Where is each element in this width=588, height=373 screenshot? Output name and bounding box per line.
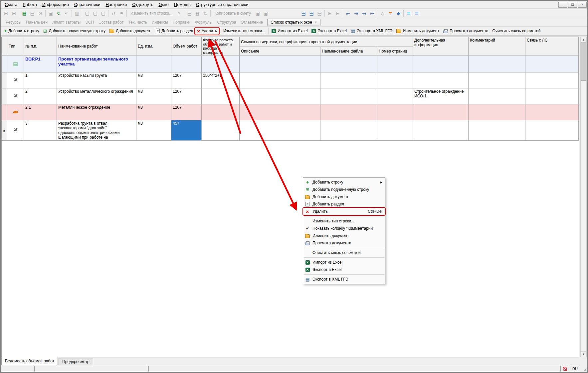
cell-link-file[interactable] <box>320 56 377 72</box>
undo-icon[interactable]: ↶ <box>63 9 71 17</box>
cell-unit[interactable]: м3 <box>136 88 171 104</box>
cell-formula[interactable] <box>202 56 240 72</box>
scrollbar-thumb[interactable] <box>581 43 586 81</box>
context-export-excel[interactable]: X Экспорт в Excel <box>303 266 385 273</box>
maximize-button[interactable]: □ <box>568 2 577 8</box>
clear-estimate-link-button[interactable]: Очистить связь со сметой <box>490 28 543 34</box>
sort-icon[interactable]: ⇅ <box>201 9 209 17</box>
menu-strukturnye-spravochniki[interactable]: Структурные справочники <box>193 1 251 8</box>
menu-informatsiya[interactable]: Информация <box>40 1 72 8</box>
cell-name[interactable]: Устройство насыпи грунта <box>57 72 136 88</box>
add-child-row-button[interactable]: ⊞ Добавить подчиненную строку <box>41 28 107 34</box>
view-document-button[interactable]: Просмотр документа <box>441 28 490 34</box>
current-work-row[interactable]: ▶ 3 Разработка грунта в отвал экскаватор… <box>2 120 579 140</box>
cell-num[interactable]: 2 <box>24 88 57 104</box>
cell-num[interactable]: 2.1 <box>24 104 57 120</box>
menu-rabota[interactable]: Работа <box>20 1 40 8</box>
menu-okno[interactable]: Окно <box>156 1 171 8</box>
cell-type[interactable] <box>7 120 24 140</box>
cell-name[interactable]: Металлическое ограждение <box>57 104 136 120</box>
scrollbar-track[interactable] <box>581 81 586 351</box>
exchange-icon[interactable]: ⇄ <box>109 9 117 17</box>
print-icon[interactable]: ▤ <box>185 9 193 17</box>
tree-plus-icon[interactable]: ⊞ <box>326 9 334 17</box>
context-add-row[interactable]: + Добавить строку ▶ <box>303 179 385 186</box>
context-show-comment-column[interactable]: ✓ Показать колонку "Комментарий" <box>303 225 385 232</box>
section-doc-icon[interactable]: ▤ <box>315 9 323 17</box>
cell-link-pages[interactable] <box>377 120 413 140</box>
cell-comment[interactable] <box>469 120 525 140</box>
context-add-document[interactable]: Добавить документ <box>303 193 385 200</box>
cell-unit[interactable]: м3 <box>136 104 171 120</box>
context-add-section[interactable]: Р Добавить раздел <box>303 200 385 208</box>
cell-volume[interactable]: 1207 <box>171 72 202 88</box>
cell-comment[interactable] <box>469 88 525 104</box>
cell-unit[interactable]: м3 <box>136 72 171 88</box>
cell-extra[interactable] <box>413 120 469 140</box>
refresh-icon[interactable]: ↻ <box>55 9 63 17</box>
cell-link-desc[interactable] <box>240 120 320 140</box>
cell-type[interactable] <box>7 88 24 104</box>
document-icon[interactable]: ▢ <box>91 9 99 17</box>
copy-icon[interactable]: ▣ <box>254 9 262 17</box>
cell-volume[interactable] <box>171 56 202 72</box>
document-icon[interactable]: ▢ <box>83 9 91 17</box>
cell-link-file[interactable] <box>320 88 377 104</box>
cell-link-pages[interactable] <box>377 104 413 120</box>
structure-collapse-icon[interactable]: ⊟ <box>10 9 18 17</box>
menu-smeta[interactable]: Смета <box>2 1 20 8</box>
close-button[interactable]: × <box>578 2 587 8</box>
structure-expand-icon[interactable]: ⊞ <box>2 9 10 17</box>
resize-grip-icon[interactable]: ◢ <box>581 366 586 372</box>
cell-extra[interactable] <box>413 56 469 72</box>
context-add-child-row[interactable]: ⊞ Добавить подчиненную строку <box>303 186 385 193</box>
section-doc-icon[interactable]: ▤ <box>307 9 315 17</box>
add-section-button[interactable]: Р Добавить раздел <box>154 28 195 34</box>
import-excel-button[interactable]: X Импорт из Excel <box>270 28 309 34</box>
cell-extra[interactable] <box>413 72 469 88</box>
cell-ls[interactable] <box>525 88 579 104</box>
layers-icon[interactable]: ≣ <box>405 9 413 17</box>
cell-comment[interactable] <box>469 72 525 88</box>
cell-ls[interactable] <box>525 56 579 72</box>
context-view-document[interactable]: Просмотр документа <box>303 239 385 247</box>
cell-unit[interactable] <box>136 56 171 72</box>
edit-document-button[interactable]: Изменить документ <box>394 28 441 34</box>
document-icon[interactable]: ▢ <box>99 9 107 17</box>
cell-name[interactable]: Устройство металлического ограждения <box>57 88 136 104</box>
cell-formula[interactable] <box>202 104 240 120</box>
paste-icon[interactable]: ▣ <box>262 9 270 17</box>
scroll-up-icon[interactable]: ▲ <box>581 37 586 43</box>
rhomb-icon[interactable]: ◆ <box>394 9 402 17</box>
umbrella-icon[interactable]: ☂ <box>386 9 394 17</box>
section-doc-icon[interactable]: ▤ <box>299 9 307 17</box>
cell-link-desc[interactable] <box>240 104 320 120</box>
context-edit-document[interactable]: Изменить документ <box>303 232 385 239</box>
add-row-button[interactable]: + Добавить строку <box>2 28 41 34</box>
cell-link-pages[interactable] <box>377 72 413 88</box>
context-change-row-type[interactable]: Изменить тип строки... <box>303 217 385 225</box>
list-icon[interactable]: ≡ <box>117 9 125 17</box>
cell-formula[interactable] <box>202 120 240 140</box>
cell-comment[interactable] <box>469 104 525 120</box>
cell-name[interactable]: Разработка грунта в отвал экскаваторами … <box>57 120 136 140</box>
export-xml-button[interactable]: ▦ Экспорт в XML ГГЭ <box>349 28 395 34</box>
cell-type[interactable]: ▤ <box>7 56 24 72</box>
cell-link-desc[interactable] <box>240 72 320 88</box>
scroll-down-icon[interactable]: ▼ <box>581 351 586 357</box>
menu-otdohnut[interactable]: Отдохнуть <box>129 1 156 8</box>
shape-icon[interactable]: ◇ <box>378 9 386 17</box>
cell-link-desc[interactable] <box>240 56 320 72</box>
cell-link-file[interactable] <box>320 104 377 120</box>
context-delete[interactable]: × Удалить Ctrl+Del <box>303 208 385 215</box>
cell-extra[interactable] <box>413 104 469 120</box>
close-x-icon[interactable]: × <box>175 9 183 17</box>
cell-num[interactable]: ВОР.Р1 <box>24 56 57 72</box>
export-excel-button[interactable]: X Экспорт в Excel <box>309 28 348 34</box>
context-export-xml[interactable]: ▦ Экспорт в XML ГГЭ <box>303 276 385 283</box>
menu-spravochniki[interactable]: Справочники <box>72 1 103 8</box>
indent-left-icon[interactable]: ⇤ <box>344 9 352 17</box>
move-left-icon[interactable]: ↤ <box>360 9 368 17</box>
table-icon[interactable]: ▦ <box>193 9 201 17</box>
cell-num[interactable]: 3 <box>24 120 57 140</box>
